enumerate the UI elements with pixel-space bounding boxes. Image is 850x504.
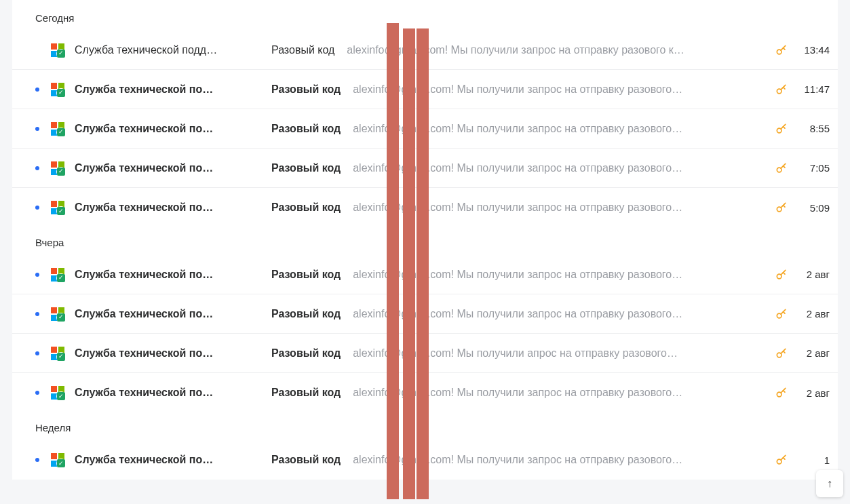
sender-name: Служба технической по… <box>71 347 271 360</box>
sender-name: Служба технической по… <box>71 123 271 135</box>
shield-check-icon: ✓ <box>56 167 66 176</box>
security-indicator <box>771 347 792 360</box>
security-indicator <box>771 122 792 136</box>
mail-row[interactable]: ✓Служба технической по…Разовый кодalexin… <box>12 334 838 373</box>
mail-preview: alexinfo@gmail.com! Мы получили запрос н… <box>353 123 682 135</box>
security-indicator <box>771 201 792 214</box>
mail-subject: Разовый код <box>271 308 341 320</box>
sender-avatar: ✓ <box>45 83 71 96</box>
shield-check-icon: ✓ <box>56 391 66 401</box>
unread-indicator <box>35 127 45 131</box>
mail-date: 13:44 <box>792 44 831 56</box>
sender-avatar: ✓ <box>45 268 71 282</box>
microsoft-logo-icon: ✓ <box>51 83 64 96</box>
microsoft-logo-icon: ✓ <box>51 268 64 282</box>
mail-row[interactable]: ✓Служба технической по…Разовый кодalexin… <box>12 440 838 480</box>
sender-name: Служба технической подд… <box>71 44 271 56</box>
scroll-top-button[interactable]: ↑ <box>816 470 843 497</box>
sender-name: Служба технической по… <box>71 83 271 96</box>
mail-body-preview: Разовый кодalexinfo@gmail.com! Мы получи… <box>271 44 771 56</box>
unread-dot-icon <box>35 166 39 170</box>
mail-row[interactable]: ✓Служба технической по…Разовый кодalexin… <box>12 149 838 188</box>
mail-body-preview: Разовый кодalexinfo@gmail.com! Мы получи… <box>271 201 771 214</box>
mail-preview: alexinfo@gmail.com! Мы получили запрос н… <box>353 201 682 214</box>
key-icon <box>775 453 788 467</box>
shield-check-icon: ✓ <box>56 313 66 322</box>
sender-name: Служба технической по… <box>71 454 271 466</box>
mail-subject: Разовый код <box>271 162 341 174</box>
mail-body-preview: Разовый кодalexinfo@gmail.com! Мы получи… <box>271 347 771 360</box>
mail-date: 2 авг <box>792 387 831 399</box>
security-indicator <box>771 268 792 282</box>
unread-indicator <box>35 351 45 355</box>
sender-avatar: ✓ <box>45 201 71 214</box>
sender-avatar: ✓ <box>45 347 71 360</box>
security-indicator <box>771 161 792 175</box>
key-icon <box>775 161 788 175</box>
mail-row[interactable]: ✓Служба технической по…Разовый кодalexin… <box>12 373 838 412</box>
unread-indicator <box>35 166 45 170</box>
key-icon <box>775 201 788 214</box>
unread-dot-icon <box>35 88 39 92</box>
unread-indicator <box>35 206 45 210</box>
mail-preview: alexinfo@gmail.com! Мы получили запрос н… <box>353 162 682 174</box>
mail-subject: Разовый код <box>271 44 334 56</box>
security-indicator <box>771 83 792 96</box>
group-header: Вчера <box>12 227 838 255</box>
unread-dot-icon <box>35 458 39 462</box>
mail-row[interactable]: ✓Служба технической по…Разовый кодalexin… <box>12 109 838 149</box>
key-icon <box>775 122 788 136</box>
group-header: Неделя <box>12 412 838 440</box>
sender-avatar: ✓ <box>45 453 71 467</box>
microsoft-logo-icon: ✓ <box>51 161 64 175</box>
mail-preview: alexinfo@gmail.com! Мы получили запрос н… <box>353 454 682 466</box>
mail-subject: Разовый код <box>271 201 341 214</box>
shield-check-icon: ✓ <box>56 88 66 98</box>
unread-dot-icon <box>35 312 39 316</box>
key-icon <box>775 83 788 96</box>
unread-indicator <box>35 312 45 316</box>
mail-preview: alexinfo@gmail.com! Мы получили запрос н… <box>347 44 684 56</box>
microsoft-logo-icon: ✓ <box>51 43 64 57</box>
security-indicator <box>771 453 792 467</box>
key-icon <box>775 43 788 57</box>
mail-row[interactable]: ✓Служба технической подд…Разовый кодalex… <box>12 31 838 70</box>
shield-check-icon: ✓ <box>56 206 66 216</box>
mail-preview: alexinfo@gmail.com! Мы получили запрос н… <box>353 269 682 281</box>
mail-body-preview: Разовый кодalexinfo@gmail.com! Мы получи… <box>271 308 771 320</box>
arrow-up-icon: ↑ <box>827 478 832 490</box>
sender-name: Служба технической по… <box>71 387 271 399</box>
mail-row[interactable]: ✓Служба технической по…Разовый кодalexin… <box>12 188 838 227</box>
mail-date: 5:09 <box>792 202 831 214</box>
unread-dot-icon <box>35 273 39 277</box>
mail-date: 2 авг <box>792 269 831 280</box>
security-indicator <box>771 386 792 400</box>
mail-body-preview: Разовый кодalexinfo@gmail.com! Мы получи… <box>271 162 771 174</box>
microsoft-logo-icon: ✓ <box>51 347 64 360</box>
mail-row[interactable]: ✓Служба технической по…Разовый кодalexin… <box>12 70 838 109</box>
mail-row[interactable]: ✓Служба технической по…Разовый кодalexin… <box>12 294 838 334</box>
mail-body-preview: Разовый кодalexinfo@gmail.com! Мы получи… <box>271 454 771 466</box>
sender-avatar: ✓ <box>45 386 71 400</box>
shield-check-icon: ✓ <box>56 273 66 283</box>
microsoft-logo-icon: ✓ <box>51 453 64 467</box>
sender-avatar: ✓ <box>45 122 71 136</box>
microsoft-logo-icon: ✓ <box>51 201 64 214</box>
mail-body-preview: Разовый кодalexinfo@gmail.com! Мы получи… <box>271 83 771 96</box>
mail-body-preview: Разовый кодalexinfo@gmail.com! Мы получи… <box>271 269 771 281</box>
key-icon <box>775 386 788 400</box>
unread-dot-icon <box>35 127 39 131</box>
mail-date: 8:55 <box>792 123 831 134</box>
mail-preview: alexinfo@gmail.com! Мы получили запрос н… <box>353 83 682 96</box>
mail-date: 2 авг <box>792 308 831 319</box>
unread-indicator <box>35 391 45 395</box>
sender-avatar: ✓ <box>45 43 71 57</box>
security-indicator <box>771 307 792 321</box>
key-icon <box>775 307 788 321</box>
mail-preview: alexinfo@gmail.com! Мы получили запрос н… <box>353 308 682 320</box>
shield-check-icon: ✓ <box>56 459 66 468</box>
mail-date: 11:47 <box>792 83 831 95</box>
unread-dot-icon <box>35 351 39 355</box>
unread-indicator <box>35 88 45 92</box>
mail-row[interactable]: ✓Служба технической по…Разовый кодalexin… <box>12 255 838 294</box>
